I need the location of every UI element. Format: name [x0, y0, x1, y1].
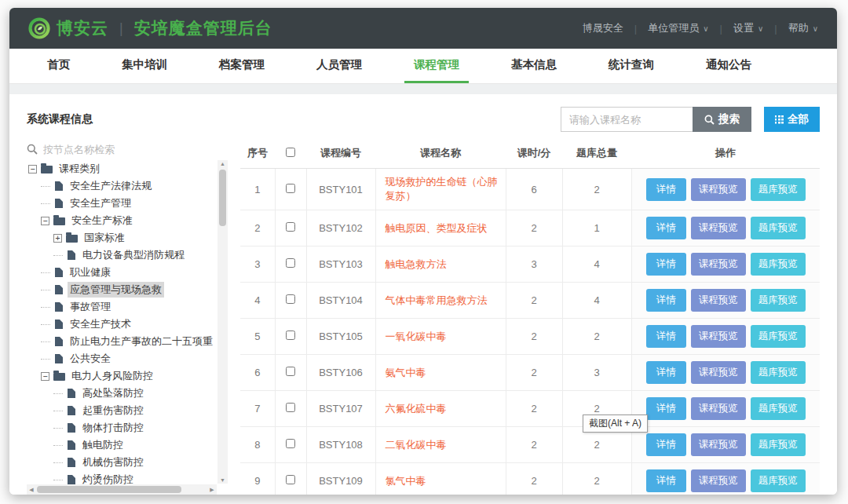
tree-node[interactable]: −电力人身风险防控	[27, 367, 217, 385]
tree-node[interactable]: 安全生产技术	[27, 316, 217, 333]
tree-node[interactable]: 安全生产管理	[27, 195, 217, 212]
row-checkbox[interactable]	[286, 222, 295, 232]
tree-node-label[interactable]: 高处坠落防控	[80, 385, 146, 401]
tree-filter-input[interactable]	[43, 144, 192, 155]
tree-node[interactable]: 高处坠落防控	[27, 385, 217, 402]
question-bank-preview-button[interactable]: 题库预览	[751, 253, 806, 276]
course-name-cell[interactable]: 二氧化碳中毒	[375, 427, 506, 463]
detail-button[interactable]: 详情	[646, 289, 686, 312]
settings-menu[interactable]: 设置 ∨	[733, 21, 763, 35]
row-checkbox[interactable]	[286, 403, 295, 412]
expand-icon[interactable]: +	[53, 234, 62, 243]
nav-tab[interactable]: 集中培训	[112, 49, 177, 83]
row-checkbox[interactable]	[286, 367, 295, 376]
course-preview-button[interactable]: 课程预览	[691, 433, 746, 456]
detail-button[interactable]: 详情	[646, 361, 686, 384]
nav-tab[interactable]: 通知公告	[696, 49, 761, 83]
scroll-up-icon[interactable]: ▲	[217, 161, 228, 166]
tree-node[interactable]: −安全生产标准	[27, 212, 217, 229]
tree-node[interactable]: 机械伤害防控	[27, 454, 217, 471]
scroll-left-icon[interactable]: ◀	[27, 484, 36, 495]
user-role-menu[interactable]: 单位管理员 ∨	[648, 21, 708, 35]
tree-node[interactable]: 起重伤害防控	[27, 402, 217, 419]
course-name-cell[interactable]: 触电急救方法	[375, 247, 506, 283]
course-name-cell[interactable]: 气体中毒常用急救方法	[375, 283, 506, 319]
search-button[interactable]: 搜索	[693, 107, 751, 132]
question-bank-preview-button[interactable]: 题库预览	[751, 325, 806, 348]
nav-tab[interactable]: 首页	[38, 49, 79, 83]
tree-node[interactable]: −课程类别	[27, 160, 217, 177]
row-checkbox[interactable]	[286, 258, 295, 268]
help-menu[interactable]: 帮助 ∨	[788, 21, 818, 35]
question-bank-preview-button[interactable]: 题库预览	[751, 178, 806, 201]
tree-node-label[interactable]: 公共安全	[68, 351, 113, 367]
tree-node-label[interactable]: 职业健康	[68, 265, 113, 280]
course-name-cell[interactable]: 一氧化碳中毒	[375, 319, 506, 355]
row-checkbox[interactable]	[286, 331, 295, 340]
detail-button[interactable]: 详情	[646, 178, 686, 201]
collapse-icon[interactable]: −	[41, 372, 49, 381]
nav-tab[interactable]: 基本信息	[502, 49, 566, 83]
question-bank-preview-button[interactable]: 题库预览	[751, 397, 806, 420]
tree-node[interactable]: +国家标准	[27, 229, 217, 247]
question-bank-preview-button[interactable]: 题库预览	[751, 361, 806, 384]
course-name-cell[interactable]: 六氟化硫中毒	[375, 391, 506, 427]
tree-node[interactable]: 物体打击防控	[27, 419, 217, 436]
tree-horizontal-scrollbar[interactable]: ◀ ▶	[27, 484, 217, 495]
tree-node[interactable]: 应急管理与现场急救	[27, 281, 217, 298]
tree-node[interactable]: 触电防控	[27, 436, 217, 454]
tree-node-label[interactable]: 起重伤害防控	[80, 403, 146, 418]
detail-button[interactable]: 详情	[646, 253, 686, 276]
detail-button[interactable]: 详情	[646, 433, 686, 456]
detail-button[interactable]: 详情	[646, 397, 686, 420]
course-preview-button[interactable]: 课程预览	[691, 397, 746, 420]
tree-node-label[interactable]: 物体打击防控	[80, 420, 146, 436]
tree-node-label[interactable]: 安全生产法律法规	[68, 178, 154, 194]
row-checkbox[interactable]	[286, 184, 295, 193]
tree-node-label[interactable]: 国家标准	[82, 230, 127, 246]
tree-node[interactable]: 安全生产法律法规	[27, 177, 217, 195]
tree-vertical-scrollbar[interactable]: ▲ ▼	[217, 160, 228, 484]
tree-node-label[interactable]: 应急管理与现场急救	[68, 282, 164, 298]
scroll-down-icon[interactable]: ▼	[217, 477, 228, 483]
detail-button[interactable]: 详情	[646, 469, 686, 492]
course-preview-button[interactable]: 课程预览	[691, 253, 746, 276]
question-bank-preview-button[interactable]: 题库预览	[751, 469, 806, 492]
tree-node-label[interactable]: 安全生产标准	[69, 213, 135, 228]
question-bank-preview-button[interactable]: 题库预览	[751, 433, 806, 456]
row-checkbox[interactable]	[286, 294, 295, 304]
all-button[interactable]: 全部	[764, 107, 820, 132]
question-bank-preview-button[interactable]: 题库预览	[751, 217, 806, 239]
course-preview-button[interactable]: 课程预览	[691, 217, 746, 239]
question-bank-preview-button[interactable]: 题库预览	[751, 289, 806, 312]
course-name-cell[interactable]: 氨气中毒	[375, 355, 506, 391]
tree-node-label[interactable]: 电力人身风险防控	[69, 368, 155, 384]
tree-node[interactable]: 事故管理	[27, 298, 217, 316]
course-name-cell[interactable]: 氯气中毒	[375, 463, 506, 495]
nav-tab[interactable]: 人员管理	[307, 49, 371, 83]
course-preview-button[interactable]: 课程预览	[691, 325, 746, 348]
select-all-checkbox[interactable]	[286, 148, 295, 157]
course-name-cell[interactable]: 现场救护的生命链（心肺复苏）	[375, 169, 506, 210]
tree-node-label[interactable]: 电力设备典型消防规程	[80, 247, 187, 263]
tree-node-label[interactable]: 安全生产管理	[68, 195, 133, 211]
nav-tab[interactable]: 统计查询	[599, 49, 663, 83]
course-name-cell[interactable]: 触电原因、类型及症状	[375, 210, 506, 247]
tree-node-label[interactable]: 安全生产技术	[68, 316, 133, 332]
vertical-scroll-thumb[interactable]	[219, 170, 226, 226]
collapse-icon[interactable]: −	[28, 165, 37, 173]
course-search-input[interactable]	[561, 107, 693, 132]
tree-node[interactable]: 防止电力生产事故的二十五项重	[27, 333, 217, 350]
course-preview-button[interactable]: 课程预览	[691, 469, 746, 492]
tree-node[interactable]: 公共安全	[27, 350, 217, 367]
scroll-right-icon[interactable]: ▶	[207, 484, 217, 495]
nav-tab[interactable]: 课程管理	[404, 49, 469, 83]
tree-node-label[interactable]: 事故管理	[68, 299, 113, 315]
row-checkbox[interactable]	[286, 475, 295, 484]
tree-node[interactable]: 电力设备典型消防规程	[27, 247, 217, 264]
tree-node-label[interactable]: 机械伤害防控	[80, 455, 146, 470]
tree-node-label[interactable]: 触电防控	[80, 437, 126, 453]
row-checkbox[interactable]	[286, 439, 295, 448]
horizontal-scroll-thumb[interactable]	[37, 486, 181, 493]
detail-button[interactable]: 详情	[646, 217, 686, 239]
